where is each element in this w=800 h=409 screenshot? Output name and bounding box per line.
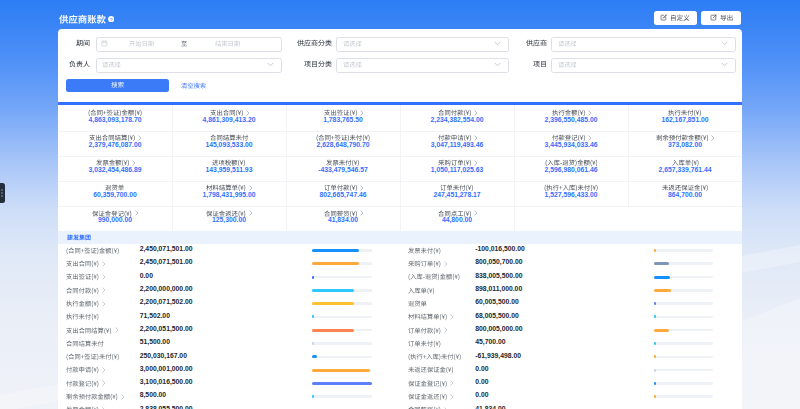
svg-text:?: ? bbox=[110, 16, 113, 21]
